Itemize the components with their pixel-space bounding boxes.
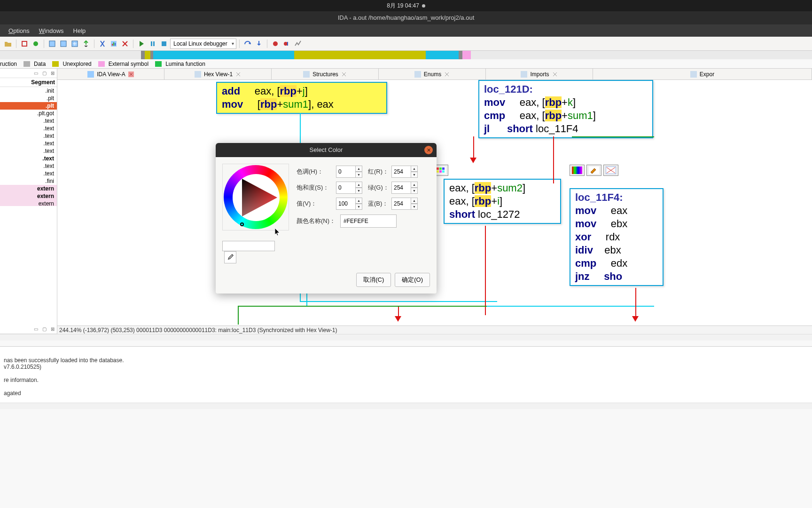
segment-item[interactable]: .text [0, 140, 57, 147]
green-input[interactable] [391, 182, 411, 194]
hue-input[interactable] [336, 166, 356, 178]
output-window[interactable]: nas been successfully loaded into the da… [0, 346, 812, 403]
tool-stepover-icon[interactable] [242, 39, 253, 49]
tool-text-icon[interactable] [47, 39, 57, 49]
eyedropper-button[interactable] [224, 251, 236, 263]
navigation-band[interactable] [0, 51, 812, 59]
segments-list[interactable]: .init.plt.plt.plt.got.text.text.text.tex… [0, 87, 57, 206]
dialog-close-icon[interactable]: ✕ [424, 146, 433, 154]
segment-item[interactable]: extern [0, 185, 57, 192]
tab-hex-view[interactable]: Hex View-1 [164, 69, 272, 79]
menu-help[interactable]: Help [69, 27, 91, 34]
spin-up-icon[interactable]: ▲ [356, 198, 362, 204]
segment-item[interactable]: extern [0, 192, 57, 200]
menu-windows[interactable]: Windows [34, 27, 69, 34]
blue-spinner[interactable]: ▲▼ [391, 198, 419, 210]
tool-pause-icon[interactable] [148, 39, 158, 49]
red-input[interactable] [391, 166, 411, 178]
spin-up-icon[interactable]: ▲ [411, 166, 418, 172]
rainbow-icon[interactable] [570, 165, 585, 176]
segment-item[interactable]: .text [0, 147, 57, 155]
asm-block-mid[interactable]: eax, [rbp+sum2] eax, [rbp+i] short loc_1… [444, 179, 561, 224]
dialog-titlebar[interactable]: Select Color ✕ [216, 143, 437, 157]
spin-up-icon[interactable]: ▲ [411, 198, 418, 204]
debugger-select[interactable]: Local Linux debugger [170, 39, 236, 49]
tab-close-icon[interactable] [128, 71, 134, 77]
panel-close-icon[interactable]: ⊠ [49, 70, 56, 77]
tool-delete-icon[interactable] [120, 39, 130, 49]
tool-green-dot-icon[interactable] [31, 39, 41, 49]
colorname-input[interactable] [340, 214, 397, 228]
spin-down-icon[interactable]: ▼ [411, 204, 418, 210]
panel-restore-icon[interactable]: ▭ [32, 70, 39, 77]
sat-spinner[interactable]: ▲▼ [336, 182, 363, 194]
asm-block-yellow[interactable]: add eax, [rbp+j] mov [rbp+sum1], eax [216, 82, 387, 114]
wheel-handle-icon[interactable] [240, 222, 244, 226]
hue-spinner[interactable]: ▲▼ [336, 166, 363, 178]
tool-open-icon[interactable] [3, 39, 13, 49]
segment-item[interactable]: .plt.got [0, 110, 57, 117]
segment-item[interactable]: .text [0, 162, 57, 170]
tool-trace-icon[interactable] [293, 39, 303, 49]
segment-item[interactable]: .text [0, 155, 57, 162]
cancel-button[interactable]: 取消(C) [356, 273, 391, 287]
tab-close-icon[interactable] [552, 71, 558, 77]
segment-item[interactable]: .init [0, 87, 57, 95]
red-spinner[interactable]: ▲▼ [391, 166, 419, 178]
color-triangle[interactable] [233, 174, 280, 221]
pane-splitter[interactable] [0, 403, 812, 409]
green-spinner[interactable]: ▲▼ [391, 182, 419, 194]
tab-close-icon[interactable] [444, 71, 450, 77]
tool-bkpt2-icon[interactable] [281, 39, 292, 49]
tab-exports[interactable]: Expor [593, 69, 812, 79]
asm-block-loc121d[interactable]: loc_121D: mov eax, [rbp+k] cmp eax, [rbp… [478, 80, 653, 138]
panel-close-icon[interactable]: ⊠ [49, 326, 56, 333]
tool-xref-icon[interactable] [97, 39, 108, 49]
val-input[interactable] [336, 198, 356, 210]
tool-stepinto-icon[interactable] [254, 39, 264, 49]
tab-ida-view[interactable]: IDA View-A [57, 69, 164, 79]
tool-add-icon[interactable] [70, 39, 80, 49]
tab-close-icon[interactable] [235, 71, 241, 77]
spin-down-icon[interactable]: ▼ [356, 188, 362, 194]
nocolor-icon[interactable] [603, 165, 618, 176]
panel-min-icon[interactable]: ▢ [41, 326, 47, 333]
tool-bkpt-icon[interactable] [270, 39, 281, 49]
segment-item[interactable]: .text [0, 117, 57, 125]
tool-search-icon[interactable] [58, 39, 69, 49]
menu-options[interactable]: Options [4, 27, 34, 34]
tab-enums[interactable]: Enums [379, 69, 486, 79]
color-wheel[interactable] [222, 164, 289, 230]
sat-input[interactable] [336, 182, 356, 194]
tool-stop-icon[interactable] [159, 39, 169, 49]
tool-dropdown-icon[interactable] [81, 39, 91, 49]
tab-structures[interactable]: Structures [272, 69, 379, 79]
segment-item[interactable]: .fini [0, 177, 57, 185]
spin-down-icon[interactable]: ▼ [356, 172, 362, 178]
tool-red-square-icon[interactable] [19, 39, 30, 49]
panel-restore-icon[interactable]: ▭ [32, 326, 39, 333]
spin-down-icon[interactable]: ▼ [411, 172, 418, 178]
paintbrush-icon[interactable] [586, 165, 601, 176]
segment-item[interactable]: .plt [0, 95, 57, 102]
tool-chart-icon[interactable] [109, 39, 119, 49]
asm-block-loc11f4[interactable]: loc_11F4: mov eax mov ebx xor rdx idiv e… [570, 188, 664, 286]
segment-item[interactable]: .text [0, 170, 57, 177]
spin-down-icon[interactable]: ▼ [356, 204, 362, 210]
segment-item[interactable]: .plt [0, 102, 57, 110]
pane-splitter[interactable] [0, 334, 812, 341]
val-spinner[interactable]: ▲▼ [336, 198, 363, 210]
tab-close-icon[interactable] [341, 71, 347, 77]
spin-down-icon[interactable]: ▼ [411, 188, 418, 194]
segment-item[interactable]: .text [0, 125, 57, 132]
panel-min-icon[interactable]: ▢ [41, 70, 47, 77]
tab-imports[interactable]: Imports [486, 69, 593, 79]
segment-item[interactable]: .text [0, 132, 57, 140]
spin-up-icon[interactable]: ▲ [356, 166, 362, 172]
spin-up-icon[interactable]: ▲ [411, 182, 418, 188]
blue-input[interactable] [391, 198, 411, 210]
tool-run-icon[interactable] [136, 39, 147, 49]
ok-button[interactable]: 确定(O) [395, 273, 430, 287]
segment-item[interactable]: extern [0, 200, 57, 206]
spin-up-icon[interactable]: ▲ [356, 182, 362, 188]
